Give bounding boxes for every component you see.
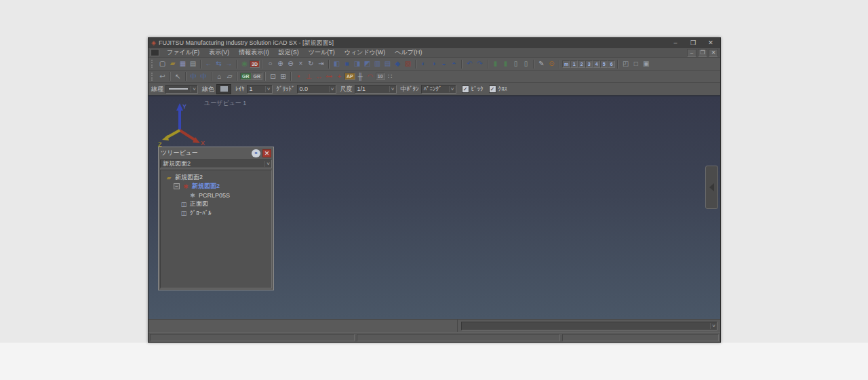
orbit-view-icon-4[interactable]: ◓ [449, 59, 459, 69]
snap-ap-button[interactable]: AP [344, 73, 355, 80]
cylinder-solid-icon-2[interactable]: ▮ [500, 59, 511, 69]
orbit-view-icon-2[interactable]: ◑ [429, 59, 439, 69]
level-button-m[interactable]: m [562, 60, 570, 68]
zoom-window-icon[interactable]: × [296, 59, 306, 69]
snap-arc-icon[interactable]: ◠ [366, 72, 376, 81]
cube-points-icon[interactable]: ▧ [403, 59, 413, 69]
new-file-icon[interactable]: ▢ [157, 59, 167, 69]
scale-dropdown[interactable]: 1/1˅ [355, 85, 397, 94]
snap-parallel-icon[interactable]: ╫ [355, 72, 366, 81]
zoom-in-icon[interactable]: ⊕ [275, 59, 285, 69]
center-symmetry-icon-2[interactable]: 中 [199, 72, 209, 81]
grid-dropdown[interactable]: 0.0˅ [297, 85, 336, 94]
exit-command-icon[interactable]: ↩ [157, 72, 167, 81]
cube-hidden-line-icon[interactable]: ◨ [352, 59, 362, 69]
box-arrow-icon[interactable]: ⊡ [268, 72, 278, 81]
level-button-5[interactable]: 5 [600, 60, 608, 68]
mdi-minimize-button[interactable]: – [687, 49, 696, 57]
menu-item-3[interactable]: 情報表示(I) [234, 48, 274, 57]
view-history-icon[interactable]: ⇆ [214, 59, 224, 69]
gr-off-button[interactable]: GR [252, 73, 263, 80]
menu-item-6[interactable]: ウィンドウ(W) [340, 48, 391, 57]
tree-item[interactable]: −✱新規図面2 [161, 182, 271, 191]
toolbar-grip[interactable] [151, 60, 155, 68]
undo-icon[interactable]: ↶ [465, 59, 475, 69]
menu-item-7[interactable]: ヘルプ(H) [390, 48, 427, 57]
layer-dropdown[interactable]: 1˅ [247, 85, 273, 94]
skew-copy-icon[interactable]: ▱ [224, 72, 235, 81]
drawing-select-dropdown[interactable]: 新規図面2˅ [160, 159, 272, 168]
level-button-2[interactable]: 2 [578, 60, 585, 68]
mdi-child-icon[interactable] [151, 49, 159, 56]
snap-on-element-icon[interactable]: ⊥ [304, 72, 314, 81]
world-view-icon[interactable]: ◉ [239, 59, 250, 69]
cylinder-outline-icon-1[interactable]: ▯ [511, 59, 521, 69]
tree-item[interactable]: ◫ｸﾞﾛｰﾊﾞﾙ [161, 208, 271, 217]
level-button-1[interactable]: 1 [570, 60, 578, 68]
level-button-3[interactable]: 3 [585, 60, 593, 68]
mdi-close-button[interactable]: ✕ [709, 49, 718, 57]
open-folder-icon[interactable]: ▰ [167, 59, 178, 69]
tree-item[interactable]: ◫正面図 [161, 200, 271, 208]
center-symmetry-icon-1[interactable]: 中 [189, 72, 199, 81]
orbit-view-icon-3[interactable]: ◒ [439, 59, 449, 69]
menu-item-2[interactable]: 表示(V) [204, 48, 234, 57]
window-maximize-icon[interactable]: □ [631, 59, 641, 69]
level-button-6[interactable]: 6 [608, 60, 615, 68]
cube-half-icon[interactable]: ◩ [362, 59, 372, 69]
drawing-canvas[interactable]: ユーザビュー 1 Y X Z ツリービュー » ✕ 新規図面2˅ ▰新規図面2−… [149, 96, 720, 319]
tree-view-titlebar[interactable]: ツリービュー » ✕ [159, 147, 273, 159]
print-icon[interactable]: ▤ [188, 59, 198, 69]
pan-view-icon[interactable]: ⇥ [316, 59, 326, 69]
tree-expander-icon[interactable]: − [174, 183, 180, 189]
back-view-icon[interactable]: ← [203, 59, 214, 69]
box-detail-icon[interactable]: ⊞ [278, 72, 288, 81]
titlebar[interactable]: ◈ FUJITSU Manufacturing Industry Solutio… [149, 38, 720, 48]
cylinder-outline-icon-2[interactable]: ▯ [521, 59, 531, 69]
forward-view-icon[interactable]: → [224, 59, 234, 69]
menu-item-1[interactable]: ファイル(F) [162, 48, 204, 57]
panel-flyout-tab[interactable] [705, 166, 718, 209]
window-focus-icon[interactable]: ▣ [641, 59, 651, 69]
redo-icon[interactable]: ↷ [475, 59, 485, 69]
command-history-combobox[interactable]: ˅ [461, 322, 717, 330]
pick-checkbox[interactable]: ✓ﾋﾟｯｸ [462, 86, 484, 93]
orbit-view-icon-1[interactable]: ◐ [418, 59, 429, 69]
level-button-4[interactable]: 4 [593, 60, 600, 68]
linetype-dropdown[interactable]: ˅ [165, 85, 198, 94]
cube-solid-icon[interactable]: ■ [342, 59, 352, 69]
linecolor-swatch[interactable] [216, 84, 231, 94]
snap-pitch-icon[interactable]: 10 [376, 73, 385, 80]
snap-midpoint-icon[interactable]: ⊶ [324, 72, 334, 81]
menu-item-5[interactable]: ツール(T) [304, 48, 340, 57]
collapse-button[interactable]: » [252, 149, 260, 157]
pentagon-icon[interactable]: ⌂ [214, 72, 224, 81]
menu-item-4[interactable]: 設定(S) [274, 48, 304, 57]
gr-on-button[interactable]: GR [240, 73, 252, 80]
rotate-view-icon[interactable]: ↻ [306, 59, 316, 69]
tree-item[interactable]: ✱PCRLP05S [161, 191, 271, 200]
sketch-drawing-icon[interactable]: ✎ [536, 59, 547, 69]
zoom-out-icon[interactable]: ⊖ [285, 59, 296, 69]
middle-button-dropdown[interactable]: ﾊﾟﾆﾝｸﾞ˅ [421, 85, 456, 94]
torus-icon[interactable]: ⊙ [547, 59, 557, 69]
eraser-icon[interactable]: ◆ [393, 59, 403, 69]
snap-intersection-icon[interactable]: + [334, 72, 344, 81]
snap-free-point-icon[interactable]: • [294, 72, 304, 81]
tree-item[interactable]: ▰新規図面2 [161, 173, 271, 182]
snap-between-icon[interactable]: ↔ [314, 72, 324, 81]
cross-checkbox[interactable]: ✓ｸﾛｽ [489, 86, 508, 93]
select-arrow-icon[interactable]: ↖ [173, 72, 183, 81]
cylinder-solid-icon-1[interactable]: ▮ [490, 59, 500, 69]
close-button[interactable]: ✕ [262, 149, 271, 157]
mdi-restore-button[interactable]: ❐ [698, 49, 707, 57]
maximize-button[interactable]: ❒ [689, 40, 697, 46]
minimize-button[interactable]: – [671, 40, 679, 46]
view-3d-icon[interactable]: 3D [250, 60, 260, 68]
toolbar-grip[interactable] [151, 73, 155, 81]
cube-wireframe-icon[interactable]: ◧ [332, 59, 342, 69]
close-button[interactable]: ✕ [707, 40, 715, 46]
zoom-icon[interactable]: ○ [265, 59, 275, 69]
cube-section-icon[interactable]: ▥ [372, 59, 382, 69]
cube-flat-icon[interactable]: ▤ [382, 59, 393, 69]
